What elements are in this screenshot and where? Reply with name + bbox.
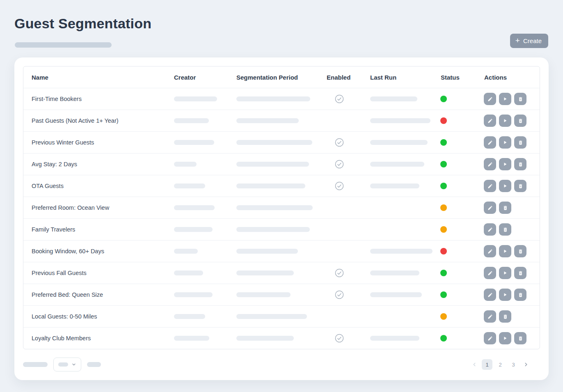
pencil-icon [487,118,493,124]
column-header-last-run: Last Run [362,74,433,81]
segment-name: Family Travelers [32,226,75,233]
delete-button[interactable] [514,115,526,127]
play-icon [503,118,508,123]
status-dot [440,270,447,276]
delete-button[interactable] [499,310,511,323]
period-skeleton [236,227,310,232]
guest-segmentation-page: Guest Segmentation + Create Name Creator… [0,0,563,392]
create-button[interactable]: + Create [510,34,548,48]
creator-skeleton [174,336,209,341]
pagination-page-2[interactable]: 2 [495,359,506,370]
run-button[interactable] [499,180,511,192]
trash-icon [518,336,523,341]
edit-button[interactable] [484,289,496,301]
delete-button[interactable] [514,245,526,257]
creator-skeleton [174,271,203,275]
delete-button[interactable] [514,158,526,170]
period-skeleton [236,162,309,167]
pencil-icon [487,314,493,319]
table-row: Avg Stay: 2 Days [23,153,540,175]
edit-button[interactable] [484,202,496,214]
status-dot [440,335,447,342]
pagination-next-button[interactable] [521,360,531,369]
subtitle-loading-skeleton [15,42,112,48]
period-skeleton [236,249,298,254]
run-button[interactable] [499,245,511,257]
last-run-skeleton [370,96,417,101]
status-dot [440,226,447,233]
segments-card: Name Creator Segmentation Period Enabled… [14,57,549,380]
table-row: Preferred Room: Ocean View [23,197,540,218]
edit-button[interactable] [484,115,496,127]
last-run-skeleton [370,140,428,145]
segment-name: Loyalty Club Members [32,335,91,342]
segment-name: Previous Fall Guests [32,270,87,276]
pencil-icon [487,96,493,102]
pagination-page-1[interactable]: 1 [482,359,492,370]
trash-icon [518,183,523,189]
play-icon [503,271,508,275]
pagination-prev-button[interactable] [469,360,479,369]
period-skeleton [236,205,313,210]
play-icon [503,336,508,341]
table-body: First-Time Bookers Past Guests (Not Acti… [23,88,540,349]
edit-button[interactable] [484,93,496,105]
column-header-actions: Actions [476,74,540,81]
status-dot [440,161,447,167]
create-button-label: Create [523,37,542,44]
enabled-check-icon [335,334,344,343]
delete-button[interactable] [514,136,526,149]
edit-button[interactable] [484,180,496,192]
delete-button[interactable] [514,180,526,192]
segment-name: Booking Window, 60+ Days [32,248,104,254]
creator-skeleton [174,162,197,167]
run-button[interactable] [499,332,511,344]
run-button[interactable] [499,93,511,105]
status-dot [440,204,447,211]
period-skeleton [236,336,294,341]
segment-name: Preferred Bed: Queen Size [32,291,103,298]
play-icon [503,140,508,145]
edit-button[interactable] [484,223,496,236]
period-skeleton [236,118,299,123]
delete-button[interactable] [514,332,526,344]
trash-icon [518,96,523,102]
edit-button[interactable] [484,332,496,344]
delete-button[interactable] [514,93,526,105]
table-row: Loyalty Club Members [23,327,540,349]
column-header-creator: Creator [166,74,228,81]
table-row: First-Time Bookers [23,88,540,110]
run-button[interactable] [499,136,511,149]
edit-button[interactable] [484,136,496,149]
table-header-row: Name Creator Segmentation Period Enabled… [23,66,540,88]
segment-name: Avg Stay: 2 Days [32,161,77,167]
edit-button[interactable] [484,245,496,257]
delete-button[interactable] [499,202,511,214]
footer-left-controls [23,358,101,371]
run-button[interactable] [499,158,511,170]
enabled-check-icon [335,268,344,277]
run-button[interactable] [499,115,511,127]
footer-loading-skeleton [87,362,101,367]
status-dot [440,96,447,102]
pencil-icon [487,336,493,341]
segment-name: First-Time Bookers [32,96,82,102]
enabled-check-icon [335,181,344,190]
pagination: 123 [469,359,540,370]
delete-button[interactable] [514,289,526,301]
trash-icon [518,162,523,167]
pagination-page-3[interactable]: 3 [508,359,519,370]
last-run-skeleton [370,249,433,254]
run-button[interactable] [499,267,511,279]
play-icon [503,183,508,188]
edit-button[interactable] [484,310,496,323]
pencil-icon [487,140,493,145]
run-button[interactable] [499,289,511,301]
page-size-select[interactable] [53,358,81,371]
page-title: Guest Segmentation [14,16,151,32]
period-skeleton [236,96,310,101]
edit-button[interactable] [484,158,496,170]
edit-button[interactable] [484,267,496,279]
delete-button[interactable] [499,223,511,236]
delete-button[interactable] [514,267,526,279]
